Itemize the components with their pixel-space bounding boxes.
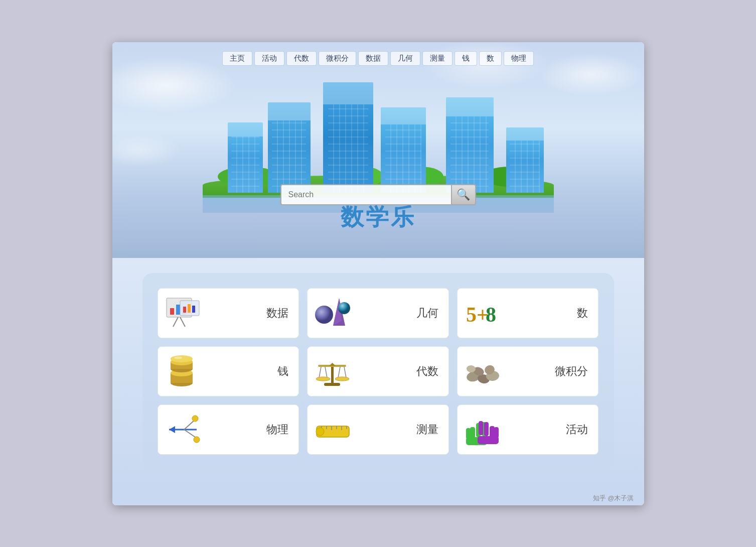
grid-item-numbers[interactable]: 5+ 8 数: [457, 288, 599, 338]
geometry-label: 几何: [353, 306, 438, 321]
svg-rect-2: [176, 305, 180, 315]
svg-marker-33: [329, 363, 336, 366]
nav-item-measurement[interactable]: 测量: [422, 51, 452, 66]
numbers-label: 数: [503, 306, 588, 321]
algebra-label: 代数: [353, 364, 438, 379]
svg-point-23: [174, 356, 182, 359]
svg-point-43: [192, 416, 198, 422]
svg-line-5: [180, 317, 185, 327]
nav-item-geometry[interactable]: 几何: [390, 51, 420, 66]
money-icon: [163, 352, 203, 390]
svg-marker-41: [169, 426, 175, 433]
building-left-medium: [268, 102, 311, 193]
grid-item-calculus[interactable]: 微积分: [457, 346, 599, 396]
svg-rect-9: [192, 306, 195, 313]
grid-item-geometry[interactable]: 几何: [307, 288, 449, 338]
site-title: 数学乐: [341, 202, 416, 233]
nav-item-activity[interactable]: 活动: [254, 51, 284, 66]
nav-item-data[interactable]: 数据: [358, 51, 388, 66]
building-right-tall: [446, 97, 494, 193]
search-button[interactable]: 🔍: [451, 184, 476, 205]
geometry-icon: [313, 294, 353, 332]
svg-point-31: [316, 377, 330, 381]
svg-point-10: [315, 306, 333, 324]
svg-rect-25: [324, 383, 340, 386]
measurement-label: 测量: [353, 422, 438, 437]
numbers-icon: 5+ 8: [463, 294, 503, 332]
calculus-label: 微积分: [503, 364, 588, 379]
algebra-icon: [313, 352, 353, 390]
nav-item-algebra[interactable]: 代数: [286, 51, 317, 66]
svg-point-32: [335, 377, 349, 381]
data-label: 数据: [203, 306, 289, 321]
building-center-right: [381, 107, 426, 193]
grid-item-measurement[interactable]: 测量: [307, 404, 449, 455]
nav-item-physics[interactable]: 物理: [504, 51, 534, 66]
calculus-icon: [463, 352, 503, 390]
svg-rect-61: [484, 422, 489, 436]
main-content: 数据: [112, 258, 644, 490]
building-left-small: [228, 122, 263, 193]
svg-line-27: [319, 367, 321, 378]
physics-label: 物理: [203, 422, 289, 437]
grid-item-money[interactable]: 钱: [158, 346, 299, 396]
search-input[interactable]: [280, 184, 451, 205]
svg-line-28: [325, 367, 327, 378]
measurement-icon: [313, 411, 353, 448]
grid-item-data[interactable]: 数据: [158, 288, 299, 338]
activity-icon: [463, 411, 503, 448]
svg-rect-62: [479, 421, 483, 435]
grid-item-algebra[interactable]: 代数: [307, 346, 449, 396]
svg-line-30: [344, 367, 346, 378]
data-icon: [163, 294, 203, 332]
search-area: 🔍: [280, 184, 476, 205]
nav-item-home[interactable]: 主页: [222, 51, 252, 66]
physics-icon: [163, 411, 203, 448]
money-label: 钱: [203, 364, 289, 379]
navigation: 主页活动代数微积分数据几何测量钱数物理: [112, 42, 644, 71]
svg-point-22: [171, 355, 193, 362]
category-grid: 数据: [142, 273, 614, 470]
svg-line-4: [173, 317, 178, 327]
svg-point-45: [194, 437, 200, 443]
svg-point-13: [338, 302, 350, 314]
building-center-tall: [323, 82, 373, 193]
nav-item-money[interactable]: 钱: [455, 51, 477, 66]
activity-label: 活动: [503, 422, 588, 437]
svg-line-29: [338, 367, 340, 378]
header: 主页活动代数微积分数据几何测量钱数物理: [112, 42, 644, 258]
svg-rect-8: [188, 304, 191, 313]
svg-rect-7: [183, 307, 186, 313]
nav-item-calculus[interactable]: 微积分: [319, 51, 356, 66]
grid-item-physics[interactable]: 物理: [158, 404, 299, 455]
app-container: 主页活动代数微积分数据几何测量钱数物理: [112, 42, 644, 505]
grid-item-activity[interactable]: 活动: [457, 404, 599, 455]
svg-rect-64: [478, 436, 499, 444]
building-far-right: [506, 127, 544, 193]
svg-line-44: [184, 430, 197, 438]
svg-rect-1: [170, 308, 174, 315]
svg-text:8: 8: [486, 303, 496, 326]
nav-item-numbers[interactable]: 数: [479, 51, 502, 66]
watermark: 知乎 @木子淇: [112, 490, 644, 505]
svg-point-54: [316, 428, 324, 436]
